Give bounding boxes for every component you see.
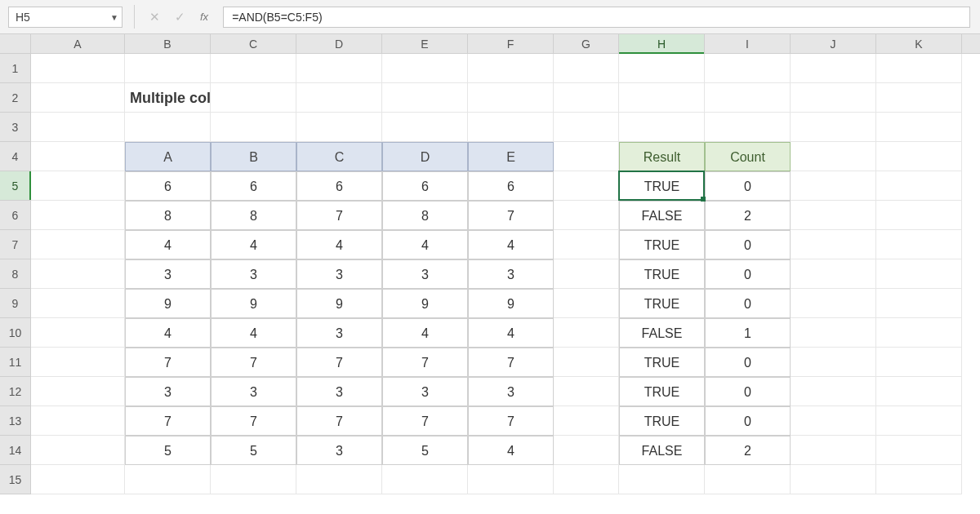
cell-H2[interactable]: [619, 83, 705, 113]
row-header-12[interactable]: 12: [0, 377, 30, 406]
select-all-corner[interactable]: [0, 34, 31, 54]
cell-H13[interactable]: TRUE: [619, 406, 705, 436]
cell-F5[interactable]: 6: [468, 171, 554, 201]
cell-C1[interactable]: [211, 54, 296, 83]
cell-K11[interactable]: [876, 348, 962, 377]
cell-H9[interactable]: TRUE: [619, 289, 705, 318]
cell-K8[interactable]: [876, 259, 962, 289]
cell-B10[interactable]: 4: [125, 318, 211, 348]
cell-I2[interactable]: [705, 83, 791, 113]
row-header-3[interactable]: 3: [0, 113, 30, 142]
cell-K14[interactable]: [876, 436, 962, 465]
cell-K5[interactable]: [876, 171, 962, 201]
cell-D13[interactable]: 7: [296, 406, 382, 436]
row-header-11[interactable]: 11: [0, 348, 30, 377]
cell-J6[interactable]: [791, 201, 876, 230]
cell-A10[interactable]: [31, 318, 125, 348]
row-header-9[interactable]: 9: [0, 289, 30, 318]
cell-G1[interactable]: [554, 54, 619, 83]
cell-I7[interactable]: 0: [705, 230, 791, 259]
cell-B4[interactable]: A: [125, 142, 211, 171]
cell-A6[interactable]: [31, 201, 125, 230]
cell-D10[interactable]: 3: [296, 318, 382, 348]
cell-E3[interactable]: [382, 113, 468, 142]
cell-K13[interactable]: [876, 406, 962, 436]
cell-A13[interactable]: [31, 406, 125, 436]
cell-I10[interactable]: 1: [705, 318, 791, 348]
cell-F1[interactable]: [468, 54, 554, 83]
cell-J4[interactable]: [791, 142, 876, 171]
cell-A7[interactable]: [31, 230, 125, 259]
cell-D11[interactable]: 7: [296, 348, 382, 377]
cell-H15[interactable]: [619, 465, 705, 494]
cell-F8[interactable]: 3: [468, 259, 554, 289]
col-header-D[interactable]: D: [296, 34, 382, 53]
cell-D6[interactable]: 7: [296, 201, 382, 230]
cell-C9[interactable]: 9: [211, 289, 296, 318]
cell-C2[interactable]: [211, 83, 296, 113]
cell-D5[interactable]: 6: [296, 171, 382, 201]
cell-K1[interactable]: [876, 54, 962, 83]
cell-E10[interactable]: 4: [382, 318, 468, 348]
cell-J8[interactable]: [791, 259, 876, 289]
cell-A14[interactable]: [31, 436, 125, 465]
cell-J1[interactable]: [791, 54, 876, 83]
cell-G7[interactable]: [554, 230, 619, 259]
cell-I4[interactable]: Count: [705, 142, 791, 171]
cell-K6[interactable]: [876, 201, 962, 230]
row-header-15[interactable]: 15: [0, 465, 30, 494]
cell-E15[interactable]: [382, 465, 468, 494]
cell-H7[interactable]: TRUE: [619, 230, 705, 259]
cell-C6[interactable]: 8: [211, 201, 296, 230]
row-header-13[interactable]: 13: [0, 406, 30, 436]
cell-J12[interactable]: [791, 377, 876, 406]
cell-F7[interactable]: 4: [468, 230, 554, 259]
cell-J9[interactable]: [791, 289, 876, 318]
cell-F15[interactable]: [468, 465, 554, 494]
cell-E9[interactable]: 9: [382, 289, 468, 318]
cell-H3[interactable]: [619, 113, 705, 142]
cell-B8[interactable]: 3: [125, 259, 211, 289]
cell-C15[interactable]: [211, 465, 296, 494]
cell-H4[interactable]: Result: [619, 142, 705, 171]
cell-E1[interactable]: [382, 54, 468, 83]
cell-D4[interactable]: C: [296, 142, 382, 171]
col-header-C[interactable]: C: [211, 34, 296, 53]
cell-I11[interactable]: 0: [705, 348, 791, 377]
cell-C5[interactable]: 6: [211, 171, 296, 201]
cell-C4[interactable]: B: [211, 142, 296, 171]
cell-I13[interactable]: 0: [705, 406, 791, 436]
cell-H11[interactable]: TRUE: [619, 348, 705, 377]
cell-B5[interactable]: 6: [125, 171, 211, 201]
cell-K15[interactable]: [876, 465, 962, 494]
cell-D8[interactable]: 3: [296, 259, 382, 289]
cell-G11[interactable]: [554, 348, 619, 377]
col-header-E[interactable]: E: [382, 34, 468, 53]
row-header-8[interactable]: 8: [0, 259, 30, 289]
cell-I14[interactable]: 2: [705, 436, 791, 465]
cell-E6[interactable]: 8: [382, 201, 468, 230]
cell-F3[interactable]: [468, 113, 554, 142]
cell-G14[interactable]: [554, 436, 619, 465]
cell-C11[interactable]: 7: [211, 348, 296, 377]
cell-J2[interactable]: [791, 83, 876, 113]
cell-F12[interactable]: 3: [468, 377, 554, 406]
cell-J7[interactable]: [791, 230, 876, 259]
cell-F13[interactable]: 7: [468, 406, 554, 436]
cell-F4[interactable]: E: [468, 142, 554, 171]
col-header-I[interactable]: I: [705, 34, 791, 53]
cell-D12[interactable]: 3: [296, 377, 382, 406]
cell-B14[interactable]: 5: [125, 436, 211, 465]
row-header-7[interactable]: 7: [0, 230, 30, 259]
spreadsheet-grid[interactable]: A B C D E F G H I J K 1 2 3 4 5 6 7 8 9 …: [0, 34, 980, 514]
cell-I1[interactable]: [705, 54, 791, 83]
cell-E4[interactable]: D: [382, 142, 468, 171]
cell-H5[interactable]: TRUE: [619, 171, 705, 201]
fx-icon[interactable]: fx: [200, 11, 208, 23]
cell-E8[interactable]: 3: [382, 259, 468, 289]
col-header-K[interactable]: K: [876, 34, 962, 53]
cell-G12[interactable]: [554, 377, 619, 406]
cell-G3[interactable]: [554, 113, 619, 142]
cell-J15[interactable]: [791, 465, 876, 494]
cell-C7[interactable]: 4: [211, 230, 296, 259]
